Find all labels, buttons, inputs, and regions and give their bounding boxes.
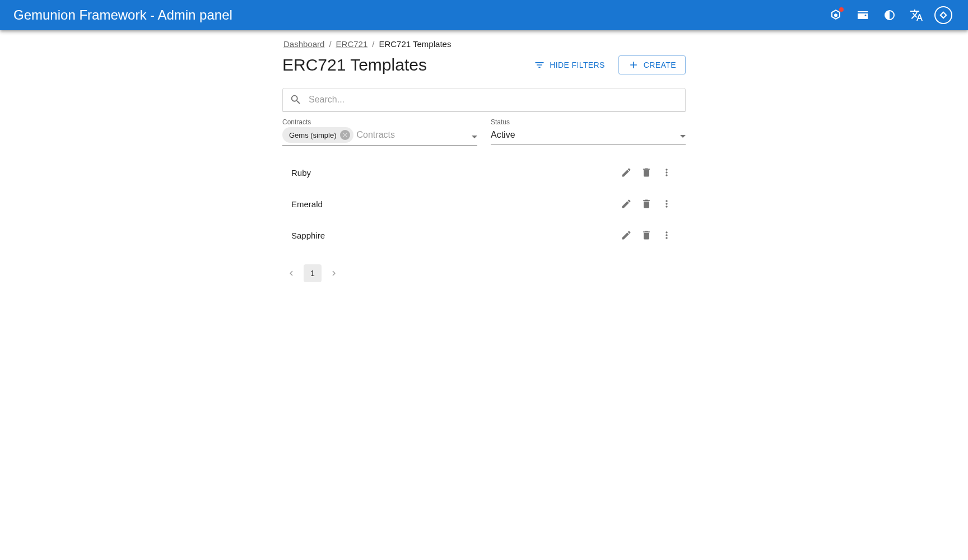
templates-list: Ruby Emerald Sapphire	[282, 157, 686, 251]
trash-icon	[641, 167, 652, 178]
item-name: Ruby	[291, 168, 616, 178]
status-value: Active	[491, 130, 686, 140]
breadcrumb-separator: /	[372, 39, 374, 49]
status-select[interactable]: Active	[491, 127, 686, 145]
edit-button[interactable]	[616, 162, 636, 183]
list-item: Ruby	[282, 157, 686, 188]
contract-chip: Gems (simple)	[282, 127, 353, 143]
chip-delete-icon[interactable]	[340, 130, 350, 140]
create-button[interactable]: CREATE	[618, 55, 686, 74]
breadcrumb-current: ERC721 Templates	[379, 39, 451, 49]
more-vert-icon	[661, 198, 672, 209]
item-actions	[616, 225, 677, 245]
wallet-icon[interactable]	[851, 4, 874, 26]
status-label: Status	[491, 118, 686, 126]
page-header: ERC721 Templates HIDE FILTERS CREATE	[282, 55, 686, 74]
app-bar-actions	[825, 4, 955, 26]
page-next-button[interactable]	[325, 264, 343, 282]
hide-filters-label: HIDE FILTERS	[550, 60, 605, 69]
theme-toggle-icon[interactable]	[878, 4, 901, 26]
pagination: 1	[282, 260, 686, 287]
breadcrumb-link-dashboard[interactable]: Dashboard	[283, 39, 324, 49]
contracts-filter: Contracts Gems (simple) Contracts	[282, 118, 477, 146]
search-input[interactable]	[309, 95, 678, 105]
dropdown-arrow-icon	[680, 130, 686, 140]
search-icon	[290, 94, 302, 106]
edit-button[interactable]	[616, 194, 636, 214]
chevron-left-icon	[286, 268, 296, 278]
contracts-select[interactable]: Gems (simple) Contracts	[282, 127, 477, 146]
filters-row: Contracts Gems (simple) Contracts Status…	[282, 118, 686, 146]
trash-icon	[641, 230, 652, 241]
hide-filters-button[interactable]: HIDE FILTERS	[529, 56, 609, 74]
network-icon[interactable]	[825, 4, 847, 26]
pencil-icon	[621, 167, 632, 178]
main-content: Dashboard / ERC721 / ERC721 Templates ER…	[282, 30, 686, 296]
item-actions	[616, 162, 677, 183]
delete-button[interactable]	[636, 162, 657, 183]
list-item: Sapphire	[282, 220, 686, 251]
trash-icon	[641, 198, 652, 209]
breadcrumb-link-erc721[interactable]: ERC721	[336, 39, 368, 49]
status-filter: Status Active	[491, 118, 686, 146]
filter-icon	[534, 59, 545, 71]
edit-button[interactable]	[616, 225, 636, 245]
more-vert-icon	[661, 230, 672, 241]
more-button[interactable]	[657, 194, 677, 214]
more-button[interactable]	[657, 225, 677, 245]
create-label: CREATE	[644, 60, 676, 69]
page-title: ERC721 Templates	[282, 55, 529, 74]
pencil-icon	[621, 230, 632, 241]
item-actions	[616, 194, 677, 214]
page-prev-button[interactable]	[282, 264, 300, 282]
contracts-label: Contracts	[282, 118, 477, 126]
page-number-1[interactable]: 1	[304, 264, 322, 282]
list-item: Emerald	[282, 188, 686, 220]
search-box[interactable]	[282, 88, 686, 111]
delete-button[interactable]	[636, 225, 657, 245]
more-button[interactable]	[657, 162, 677, 183]
notification-dot	[839, 7, 844, 12]
app-title: Gemunion Framework - Admin panel	[13, 7, 825, 23]
breadcrumb: Dashboard / ERC721 / ERC721 Templates	[282, 39, 686, 49]
more-vert-icon	[661, 167, 672, 178]
chip-label: Gems (simple)	[289, 131, 337, 139]
item-name: Emerald	[291, 199, 616, 209]
delete-button[interactable]	[636, 194, 657, 214]
contracts-placeholder: Contracts	[357, 130, 477, 140]
pencil-icon	[621, 198, 632, 209]
breadcrumb-separator: /	[329, 39, 331, 49]
item-name: Sapphire	[291, 231, 616, 240]
header-actions: HIDE FILTERS CREATE	[529, 55, 686, 74]
user-avatar[interactable]	[932, 4, 955, 26]
dropdown-arrow-icon	[472, 130, 477, 141]
plus-icon	[628, 59, 639, 71]
chevron-right-icon	[329, 268, 339, 278]
app-bar: Gemunion Framework - Admin panel	[0, 0, 968, 30]
language-icon[interactable]	[905, 4, 928, 26]
